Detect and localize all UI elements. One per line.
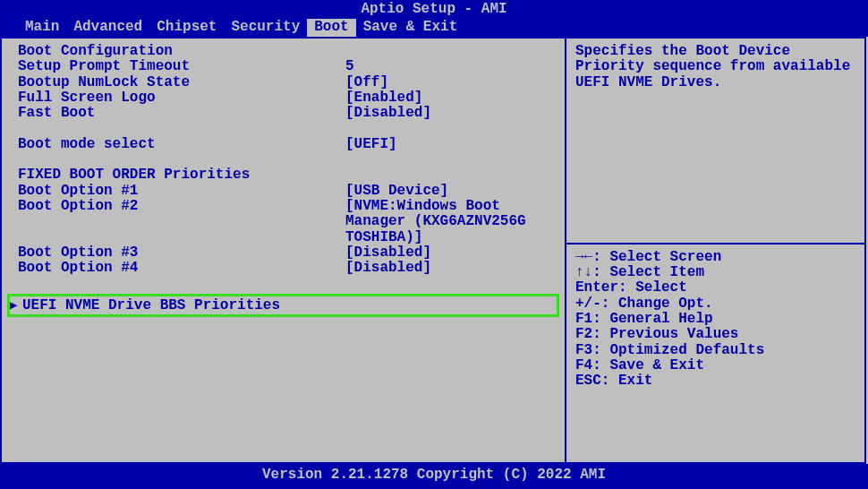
setting-label: Boot Option #1 [18,184,345,199]
section-header: Boot Configuration [5,44,565,59]
setting-value: [Enabled] [345,90,565,106]
help-divider [566,243,866,244]
key-help-line: Enter: Select [575,280,857,296]
menu-tab-main[interactable]: Main [18,19,66,37]
setting-row[interactable]: Boot mode select[UEFI] [5,137,565,152]
key-help-line: F1: General Help [575,312,857,327]
setting-value: [Disabled] [345,106,565,121]
setting-value: Manager (KXG6AZNV256G [345,214,565,229]
setting-row: TOSHIBA)] [5,230,565,245]
setting-label: Full Screen Logo [18,90,345,106]
section-header: FIXED BOOT ORDER Priorities [5,167,565,183]
left-pane: Boot ConfigurationSetup Prompt Timeout5B… [0,37,566,464]
menu-tab-save-exit[interactable]: Save & Exit [356,19,465,37]
setting-row[interactable]: Boot Option #3[Disabled] [5,245,565,261]
setting-value: [Disabled] [345,261,565,276]
key-help: →←: Select Screen↑↓: Select ItemEnter: S… [575,250,857,390]
setting-label: Fast Boot [18,106,345,121]
setting-value: [Disabled] [345,245,565,261]
setting-row[interactable]: Setup Prompt Timeout5 [5,59,565,74]
setting-row: Manager (KXG6AZNV256G [5,214,565,229]
submenu-arrow-icon: ▶ [10,296,22,314]
setting-row[interactable]: Full Screen Logo[Enabled] [5,90,565,106]
setting-label [18,214,345,229]
menu-tab-security[interactable]: Security [224,19,307,37]
setting-value: [NVME:Windows Boot [345,199,565,214]
setting-value: 5 [345,59,565,74]
submenu-uefi-nvme-bbs[interactable]: ▶ UEFI NVME Drive BBS Priorities [7,294,559,317]
setting-label: Bootup NumLock State [18,75,345,90]
key-help-line: ESC: Exit [575,373,857,389]
setting-value: TOSHIBA)] [345,230,565,245]
setting-row[interactable]: Fast Boot[Disabled] [5,106,565,121]
key-help-line: F2: Previous Values [575,327,857,342]
setting-label: Boot Option #3 [18,245,345,261]
right-pane: Specifies the Boot Device Priority seque… [566,37,866,464]
key-help-line: +/-: Change Opt. [575,296,857,312]
key-help-line: ↑↓: Select Item [575,265,857,280]
setting-row[interactable]: Boot Option #1[USB Device] [5,184,565,199]
key-help-line: F4: Save & Exit [575,358,857,373]
setting-label: Boot mode select [18,137,345,152]
setting-label: Boot Option #4 [18,261,345,276]
menu-tab-chipset[interactable]: Chipset [149,19,224,37]
submenu-label: UEFI NVME Drive BBS Priorities [22,296,280,314]
setting-value: [USB Device] [345,184,565,199]
setting-value: [UEFI] [345,137,565,152]
menu-tab-advanced[interactable]: Advanced [66,19,149,37]
setting-value: [Off] [345,75,565,90]
menu-bar: Main Advanced Chipset Security Boot Save… [0,19,868,37]
setting-row[interactable]: Bootup NumLock State[Off] [5,75,565,90]
setting-row[interactable]: Boot Option #2[NVME:Windows Boot [5,199,565,214]
key-help-line: F3: Optimized Defaults [575,343,857,358]
menu-tab-boot[interactable]: Boot [307,19,355,37]
key-help-line: →←: Select Screen [575,250,857,265]
setting-label: Setup Prompt Timeout [18,59,345,74]
setting-label: Boot Option #2 [18,199,345,214]
setting-label [18,230,345,245]
setting-row[interactable]: Boot Option #4[Disabled] [5,261,565,276]
footer-bar: Version 2.21.1278 Copyright (C) 2022 AMI [0,464,868,489]
help-text: Specifies the Boot Device Priority seque… [575,44,857,90]
title-bar: Aptio Setup - AMI [0,0,868,19]
